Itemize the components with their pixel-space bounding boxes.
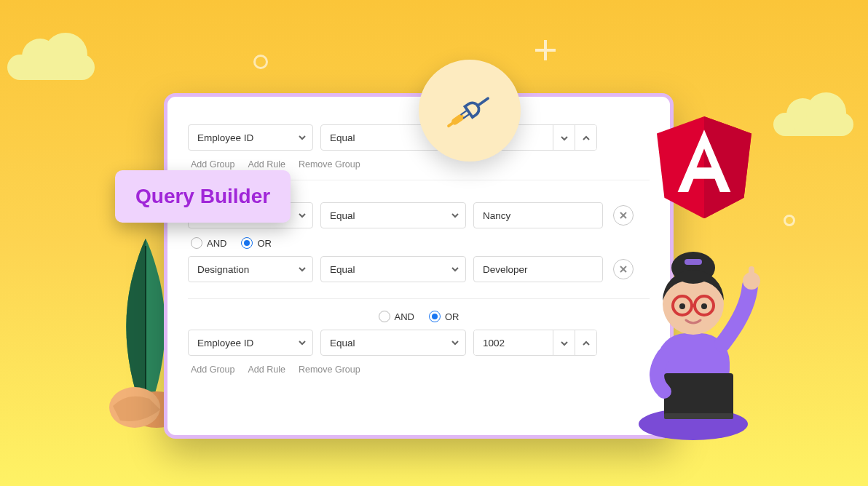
remove-group-link[interactable]: Remove Group [299, 364, 360, 375]
circle-decoration [784, 215, 795, 226]
badge-title: Query Builder [135, 185, 270, 207]
value-input[interactable]: Developer [473, 256, 603, 282]
logic-selector: AND OR [188, 234, 650, 256]
svg-line-7 [449, 122, 453, 125]
operator-value: Equal [330, 264, 355, 275]
or-radio[interactable]: OR [429, 311, 459, 322]
add-rule-link[interactable]: Add Rule [248, 364, 285, 375]
operator-value: Equal [330, 338, 355, 348]
svg-rect-16 [664, 413, 733, 419]
chevron-down-icon [298, 211, 307, 220]
query-builder-panel: Employee ID Equal Add Group Add Rule Rem… [164, 93, 674, 439]
add-group-link[interactable]: Add Group [191, 159, 234, 170]
svg-point-26 [701, 303, 707, 309]
value-text: Developer [483, 264, 528, 275]
chevron-down-icon [298, 133, 307, 142]
add-rule-link[interactable]: Add Rule [248, 159, 285, 170]
plug-icon [419, 60, 521, 162]
field-value: Designation [197, 264, 249, 275]
chevron-down-icon [451, 338, 459, 347]
field-select[interactable]: Designation [188, 256, 313, 282]
field-select[interactable]: Employee ID [188, 124, 313, 151]
logic-selector: AND OR [188, 308, 650, 330]
cloud-decoration [7, 55, 95, 80]
field-value: Employee ID [197, 338, 253, 348]
stepper-down-button[interactable] [553, 330, 575, 356]
rule-group: AND OR Employee ID Equal [188, 299, 650, 385]
operator-value: Equal [330, 210, 355, 221]
radio-icon [191, 237, 202, 249]
svg-rect-21 [684, 259, 702, 265]
cloud-decoration [773, 113, 853, 136]
rule-row: Designation Equal Developer [188, 256, 650, 282]
radio-icon [379, 311, 390, 322]
or-radio[interactable]: OR [241, 237, 272, 249]
chevron-down-icon [451, 265, 459, 274]
radio-icon [429, 311, 441, 322]
and-radio[interactable]: AND [191, 237, 226, 249]
field-value: Employee ID [197, 132, 253, 143]
plus-decoration [535, 40, 556, 60]
and-radio[interactable]: AND [379, 311, 414, 322]
radio-icon [241, 237, 253, 249]
query-builder-badge: Query Builder [115, 170, 291, 223]
value-text: Nancy [483, 210, 510, 221]
operator-select[interactable]: Equal [320, 330, 466, 356]
stepper-down-button[interactable] [553, 125, 575, 151]
group-actions: Add Group Add Rule Remove Group [188, 156, 650, 170]
developer-avatar-icon [613, 224, 773, 442]
operator-select[interactable]: Equal [320, 256, 466, 282]
circle-decoration [253, 55, 268, 69]
operator-select[interactable]: Equal [320, 202, 466, 228]
value-input[interactable]: Nancy [473, 202, 603, 228]
rule-row: Employee ID Equal [188, 124, 650, 151]
angular-logo-icon [657, 116, 751, 218]
svg-rect-18 [749, 266, 754, 281]
delete-rule-button[interactable] [613, 205, 634, 226]
svg-line-10 [477, 98, 487, 105]
stepper-input[interactable] [474, 330, 553, 355]
remove-group-link[interactable]: Remove Group [299, 159, 360, 170]
chevron-down-icon [298, 265, 307, 274]
stepper-up-button[interactable] [575, 125, 596, 151]
chevron-down-icon [298, 338, 307, 347]
operator-value: Equal [330, 132, 355, 143]
rule-row: Employee ID Equal [188, 330, 650, 356]
chevron-down-icon [451, 211, 459, 220]
svg-rect-15 [664, 373, 733, 417]
svg-point-25 [679, 303, 685, 309]
svg-line-9 [463, 114, 468, 118]
field-select[interactable]: Employee ID [188, 330, 313, 356]
svg-line-8 [461, 111, 466, 114]
stepper-up-button[interactable] [575, 330, 596, 356]
group-actions: Add Group Add Rule Remove Group [188, 362, 650, 375]
value-stepper[interactable] [473, 330, 597, 356]
add-group-link[interactable]: Add Group [191, 364, 234, 375]
